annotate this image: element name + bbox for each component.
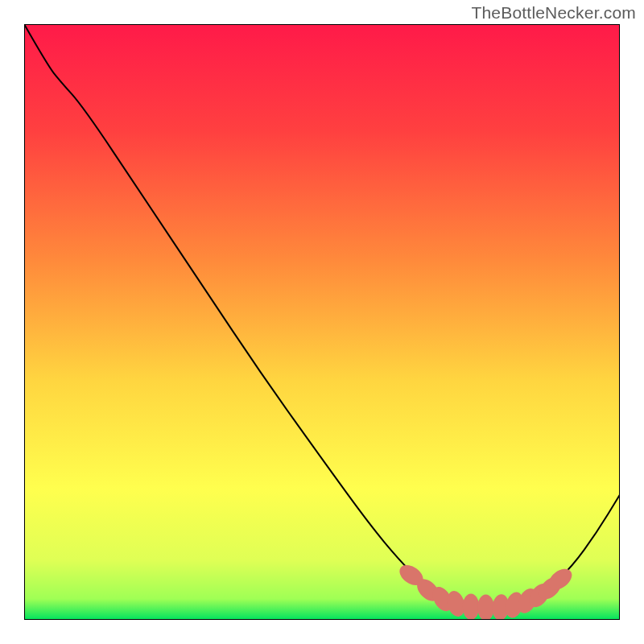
plot-area: [24, 24, 620, 620]
gradient-background: [24, 24, 620, 620]
curve-marker: [477, 595, 494, 620]
chart-svg: [24, 24, 620, 620]
curve-marker: [463, 593, 480, 620]
watermark-text: TheBottleNecker.com: [471, 3, 636, 23]
chart-frame: TheBottleNecker.com: [0, 0, 644, 644]
